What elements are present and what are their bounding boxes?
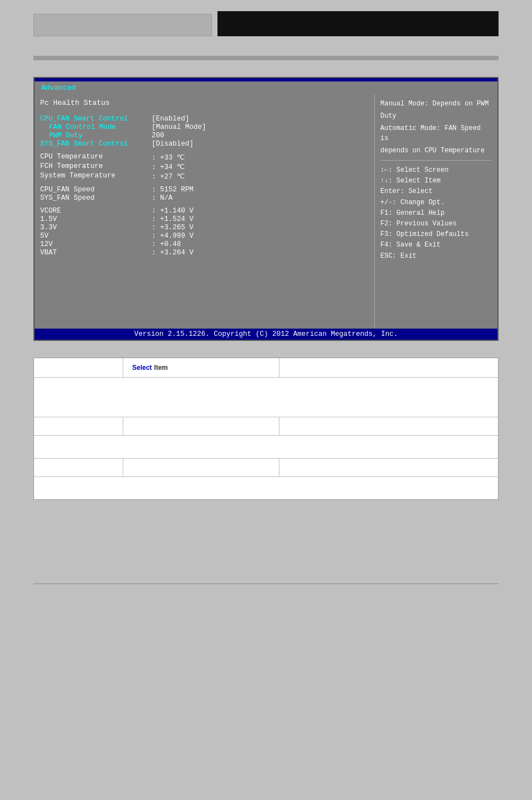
- sys-temp-value: : +27 ℃: [152, 172, 185, 181]
- table-cell-5-2: [123, 459, 279, 476]
- sys-fan-speed-row: SYS_FAN Speed : N/A: [40, 194, 369, 202]
- v12-row: 12V : +0.48: [40, 240, 369, 248]
- v12-label: 12V: [40, 240, 152, 248]
- nav-3: +/-: Change Opt.: [380, 197, 492, 208]
- fan-mode-label: FAN Control Mode: [40, 123, 152, 131]
- header-left-bar: [33, 14, 212, 36]
- sys-fan-speed-label: SYS_FAN Speed: [40, 194, 152, 202]
- cpu-fan-speed-label: CPU_FAN Speed: [40, 186, 152, 194]
- bios-main-content: Pc Health Status CPU_FAN Smart Control […: [35, 94, 497, 329]
- table-cell-3-2: [123, 417, 279, 435]
- vbat-row: VBAT : +3.264 V: [40, 249, 369, 257]
- item-label: Item: [154, 364, 168, 372]
- bottom-table: Select Item: [33, 358, 499, 500]
- v15-row: 1.5V : +1.524 V: [40, 215, 369, 223]
- header-divider-bar: [33, 56, 499, 60]
- bios-screen: Advanced Pc Health Status CPU_FAN Smart …: [33, 77, 499, 341]
- table-bottom-cell: [34, 477, 498, 499]
- bios-version-bar: Version 2.15.1226. Copyright (C) 2012 Am…: [35, 329, 497, 340]
- sys-fan-label: SYS_FAN Smart Control: [40, 140, 152, 148]
- sys-fan-smart-row: SYS_FAN Smart Control [Disabled]: [40, 140, 369, 148]
- select-item-row: Select Item: [128, 362, 274, 374]
- cpu-fan-speed-value: : 5152 RPM: [152, 186, 194, 194]
- table-cell-1-2: Select Item: [123, 358, 279, 377]
- help-divider: [380, 160, 492, 161]
- v5-row: 5V : +4.999 V: [40, 232, 369, 240]
- help-line-3: depends on CPU Temperature: [380, 146, 492, 156]
- table-cell-5-1: [34, 459, 123, 476]
- v5-value: : +4.999 V: [152, 232, 194, 240]
- vbat-value: : +3.264 V: [152, 249, 194, 257]
- tab-advanced[interactable]: Advanced: [35, 83, 83, 94]
- help-line-1: Duty: [380, 111, 492, 121]
- table-row-3: [34, 417, 498, 436]
- table-full-row: [34, 436, 498, 459]
- fch-temp-row: FCH Temperature : +34 ℃: [40, 162, 369, 171]
- nav-6: F3: Optimized Defaults: [380, 229, 492, 240]
- nav-5: F2: Previous Values: [380, 219, 492, 229]
- fch-temp-label: FCH Temperature: [40, 162, 152, 171]
- table-cell-1-1: [34, 358, 123, 377]
- bios-right-panel: Manual Mode: Depends on PWM Duty Automat…: [375, 94, 497, 329]
- v33-label: 3.3V: [40, 224, 152, 232]
- nav-2: Enter: Select: [380, 186, 492, 197]
- table-cell-3-1: [34, 417, 123, 435]
- fan-mode-value: [Manual Mode]: [152, 123, 206, 131]
- vcore-row: VCORE : +1.140 V: [40, 207, 369, 215]
- vcore-label: VCORE: [40, 207, 152, 215]
- v12-value: : +0.48: [152, 240, 181, 248]
- cpu-fan-speed-row: CPU_FAN Speed : 5152 RPM: [40, 186, 369, 194]
- help-line-2: Automatic Mode: FAN Speed is: [380, 123, 492, 143]
- cpu-temp-row: CPU Temperature : +33 ℃: [40, 153, 369, 162]
- sys-fan-speed-value: : N/A: [152, 194, 173, 202]
- nav-0: ↕←: Select Screen: [380, 165, 492, 176]
- bios-tabs: Advanced: [35, 81, 497, 94]
- v15-value: : +1.524 V: [152, 215, 194, 223]
- page-footer-line: [33, 584, 499, 584]
- bios-left-panel: Pc Health Status CPU_FAN Smart Control […: [35, 94, 375, 329]
- table-row-5: [34, 459, 498, 477]
- table-cell-5-3: [279, 459, 498, 476]
- pwm-duty-label: PWM Duty: [40, 132, 152, 139]
- v5-label: 5V: [40, 232, 152, 240]
- cpu-fan-value: [Enabled]: [152, 115, 190, 123]
- table-description-row: [34, 378, 498, 417]
- sys-temp-label: System Temperature: [40, 172, 152, 181]
- sys-fan-value: [Disabled]: [152, 140, 194, 148]
- nav-8: ESC: Exit: [380, 251, 492, 262]
- vcore-value: : +1.140 V: [152, 207, 194, 215]
- pwm-duty-row: PWM Duty 200: [40, 132, 369, 139]
- fan-control-mode-row: FAN Control Mode [Manual Mode]: [40, 123, 369, 131]
- nav-1: ↑↓: Select Item: [380, 176, 492, 186]
- table-cell-1-3: [279, 358, 498, 377]
- table-description: [34, 378, 498, 417]
- table-full-cell: [34, 436, 498, 458]
- section-title: Pc Health Status: [40, 99, 369, 107]
- v33-row: 3.3V : +3.265 V: [40, 224, 369, 232]
- cpu-fan-smart-row: CPU_FAN Smart Control [Enabled]: [40, 115, 369, 123]
- table-cell-3-3: [279, 417, 498, 435]
- bottom-spacer: [0, 517, 532, 572]
- select-label: Select: [132, 364, 152, 372]
- v15-label: 1.5V: [40, 215, 152, 223]
- nav-4: F1: General Help: [380, 208, 492, 219]
- cpu-temp-value: : +33 ℃: [152, 153, 185, 162]
- page-wrapper: Advanced Pc Health Status CPU_FAN Smart …: [0, 0, 532, 595]
- table-row-1: Select Item: [34, 358, 498, 378]
- cpu-temp-label: CPU Temperature: [40, 153, 152, 162]
- table-bottom-row: [34, 477, 498, 499]
- nav-7: F4: Save & Exit: [380, 240, 492, 250]
- sys-temp-row: System Temperature : +27 ℃: [40, 172, 369, 181]
- pwm-duty-value: 200: [152, 132, 165, 139]
- bios-version-text: Version 2.15.1226. Copyright (C) 2012 Am…: [134, 330, 398, 338]
- top-header: [33, 11, 499, 39]
- vbat-label: VBAT: [40, 249, 152, 257]
- cpu-fan-label: CPU_FAN Smart Control: [40, 115, 152, 123]
- nav-help: ↕←: Select Screen ↑↓: Select Item Enter:…: [380, 165, 492, 262]
- v33-value: : +3.265 V: [152, 224, 194, 232]
- header-right-bar: [217, 11, 499, 36]
- help-line-0: Manual Mode: Depends on PWM: [380, 99, 492, 109]
- fch-temp-value: : +34 ℃: [152, 162, 185, 171]
